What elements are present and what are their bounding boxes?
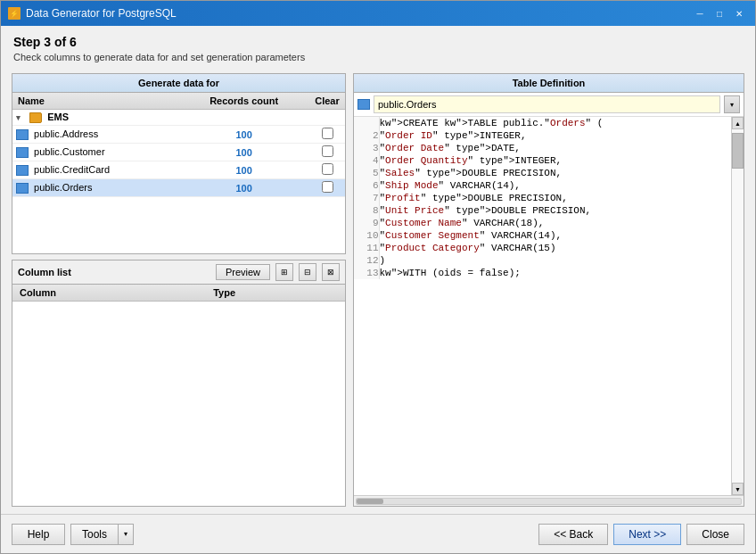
close-button[interactable]: ✕: [730, 6, 748, 21]
scroll-up-arrow[interactable]: ▲: [732, 117, 744, 129]
icon-btn-1[interactable]: ⊞: [275, 263, 293, 281]
sql-code-11: "Product Category" VARCHAR(15): [379, 242, 731, 254]
tree-table: Name Records count Clear ▾: [12, 93, 345, 197]
tools-dropdown-arrow[interactable]: ▾: [118, 524, 134, 545]
line-number-13: 13: [354, 267, 379, 279]
col-column-header: Column: [12, 285, 206, 302]
address-checkbox[interactable]: [322, 128, 333, 139]
sql-code-10: "Customer Segment" VARCHAR(14),: [379, 229, 731, 242]
column-list-title: Column list: [18, 267, 71, 277]
title-bar-left: ⚡ Data Generator for PostgreSQL: [8, 7, 177, 20]
tree-row-address[interactable]: public.Address 100: [12, 126, 345, 144]
customer-checkbox[interactable]: [322, 145, 333, 157]
table-icon-customer: [16, 147, 29, 158]
address-checkbox-cell[interactable]: [309, 126, 345, 144]
line-number-7: 7: [354, 192, 379, 204]
orders-checkbox[interactable]: [322, 181, 333, 193]
window-controls: ─ □ ✕: [691, 6, 748, 21]
preview-button[interactable]: Preview: [216, 264, 270, 280]
step-title: Step 3 of 6: [13, 35, 743, 49]
scroll-down-arrow[interactable]: ▼: [732, 483, 744, 495]
tools-button[interactable]: Tools: [70, 524, 118, 545]
sql-code-12: ): [379, 254, 731, 267]
generate-data-header: Generate data for: [12, 74, 345, 93]
generate-data-panel: Generate data for Name Records count Cle…: [12, 73, 346, 254]
sql-line-1: kw">CREATE kw">TABLE public."Orders" (: [354, 117, 731, 129]
sql-code-9: "Customer Name" VARCHAR(18),: [379, 217, 731, 229]
sql-line-4: 4 "Order Quantity" type">INTEGER,: [354, 154, 731, 167]
expand-icon-ems: ▾: [16, 113, 27, 122]
ems-records: [178, 110, 309, 126]
line-number-3: 3: [354, 142, 379, 154]
left-panel: Generate data for Name Records count Cle…: [12, 73, 346, 507]
creditcard-label: public.CreditCard: [12, 161, 178, 179]
ems-label: ▾ EMS: [12, 110, 178, 126]
vertical-scrollbar[interactable]: ▲ ▼: [731, 117, 744, 495]
scroll-thumb[interactable]: [732, 133, 744, 169]
help-button[interactable]: Help: [12, 524, 65, 545]
sql-line-6: 6 "Ship Mode" VARCHAR(14),: [354, 179, 731, 192]
table-selector: ▾: [354, 93, 744, 117]
sql-line-10: 10 "Customer Segment" VARCHAR(14),: [354, 229, 731, 242]
customer-checkbox-cell[interactable]: [309, 144, 345, 161]
sql-code-7: "Profit" type">DOUBLE PRECISION,: [379, 192, 731, 204]
tree-area: Name Records count Clear ▾: [12, 93, 345, 253]
line-number-5: 5: [354, 167, 379, 179]
right-panel: Table Definition ▾ kw">CREATE kw">TABLE …: [353, 73, 744, 507]
col-records-header: Records count: [178, 93, 309, 110]
orders-checkbox-cell[interactable]: [309, 179, 345, 197]
orders-records: 100: [178, 179, 309, 197]
scroll-track: [732, 129, 744, 483]
tree-row-creditcard[interactable]: public.CreditCard 100: [12, 161, 345, 179]
customer-label: public.Customer: [12, 144, 178, 161]
line-number-8: 8: [354, 204, 379, 217]
title-bar: ⚡ Data Generator for PostgreSQL ─ □ ✕: [1, 1, 755, 26]
sql-line-8: 8 "Unit Price" type">DOUBLE PRECISION,: [354, 204, 731, 217]
line-number-4: 4: [354, 154, 379, 167]
close-button-footer[interactable]: Close: [686, 524, 744, 545]
sql-code-8: "Unit Price" type">DOUBLE PRECISION,: [379, 204, 731, 217]
main-window: ⚡ Data Generator for PostgreSQL ─ □ ✕ St…: [0, 0, 756, 554]
column-list-header: Column list Preview ⊞ ⊟ ⊠: [12, 260, 345, 285]
sql-code-5: "Sales" type">DOUBLE PRECISION,: [379, 167, 731, 179]
tree-row-orders[interactable]: public.Orders 100: [12, 179, 345, 197]
sql-line-2: 2 "Order ID" type">INTEGER,: [354, 129, 731, 142]
line-number-12: 12: [354, 254, 379, 267]
col-type-header: Type: [206, 285, 345, 302]
sql-line-13: 13kw">WITH (oids = false);: [354, 267, 731, 279]
line-number-2: 2: [354, 129, 379, 142]
line-number-6: 6: [354, 179, 379, 192]
tree-header-row: Name Records count Clear: [12, 93, 345, 110]
creditcard-checkbox-cell[interactable]: [309, 161, 345, 179]
sql-code-3: "Order Date" type">DATE,: [379, 142, 731, 154]
ems-checkbox-cell: [309, 110, 345, 126]
sql-code-2: "Order ID" type">INTEGER,: [379, 129, 731, 142]
column-table: Column Type: [12, 285, 345, 302]
sql-line-7: 7 "Profit" type">DOUBLE PRECISION,: [354, 192, 731, 204]
maximize-button[interactable]: □: [711, 6, 728, 21]
horizontal-scrollbar[interactable]: [354, 495, 744, 506]
table-selector-input[interactable]: [374, 95, 720, 113]
column-header-row: Column Type: [12, 285, 345, 302]
column-table-wrap: Column Type: [12, 285, 345, 506]
tree-row-ems[interactable]: ▾ EMS: [12, 110, 345, 126]
minimize-button[interactable]: ─: [691, 6, 709, 21]
tree-row-customer[interactable]: public.Customer 100: [12, 144, 345, 161]
creditcard-checkbox[interactable]: [322, 163, 333, 175]
folder-icon-ems: [29, 112, 42, 123]
sql-line-11: 11 "Product Category" VARCHAR(15): [354, 242, 731, 254]
step-header: Step 3 of 6 Check columns to generate da…: [1, 26, 755, 66]
creditcard-records: 100: [178, 161, 309, 179]
line-number-1: [354, 117, 379, 129]
table-selector-dropdown[interactable]: ▾: [724, 95, 740, 113]
sql-line-3: 3 "Order Date" type">DATE,: [354, 142, 731, 154]
h-scroll-thumb[interactable]: [357, 499, 383, 504]
back-button[interactable]: << Back: [538, 524, 608, 545]
icon-btn-3[interactable]: ⊠: [322, 263, 340, 281]
next-button[interactable]: Next >>: [613, 524, 681, 545]
icon-btn-2[interactable]: ⊟: [299, 263, 316, 281]
line-number-11: 11: [354, 242, 379, 254]
table-definition-header: Table Definition: [354, 74, 744, 93]
content-area: Generate data for Name Records count Cle…: [1, 66, 755, 514]
table-selector-icon: [357, 99, 370, 110]
